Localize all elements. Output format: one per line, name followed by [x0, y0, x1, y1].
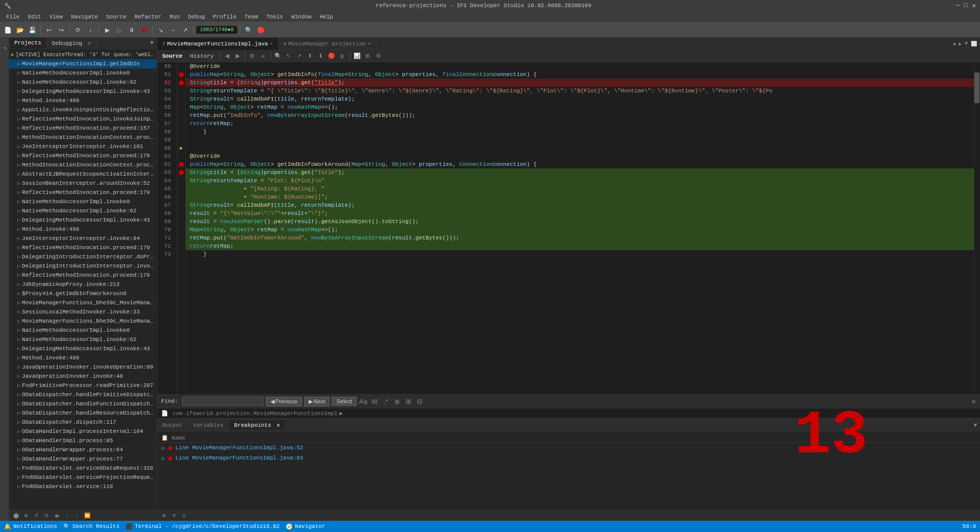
- toolbar-search[interactable]: 🔍: [243, 25, 254, 36]
- panel-btn-4[interactable]: ⊘: [42, 511, 51, 520]
- toolbar-debug-step[interactable]: ⟳: [72, 25, 84, 36]
- tree-item-frame-37[interactable]: ▷ODataDispatcher.handleFunctionDispatchi…: [9, 399, 157, 408]
- close-button[interactable]: ✕: [972, 2, 976, 10]
- tree-item-frame-41[interactable]: ▷ODataHandlerImpl.process:85: [9, 436, 157, 445]
- java-tab-close[interactable]: ✕: [270, 41, 272, 46]
- toolbar-step-into[interactable]: ↘: [155, 25, 166, 36]
- toolbar-open[interactable]: 📂: [14, 25, 26, 36]
- tree-item-frame-10[interactable]: ▷ReflectiveMethodInvocation.proceed:179: [9, 151, 157, 160]
- tree-item-frame-29[interactable]: ▷NativeMethodAccessorImpl.invoke0: [9, 326, 157, 335]
- tree-item-frame-33[interactable]: ▷JavaOperationInvoker.invokeOperation:80: [9, 362, 157, 372]
- find-input[interactable]: [182, 397, 264, 406]
- menu-team[interactable]: Team: [241, 13, 262, 21]
- tree-item-frame-4[interactable]: ▷Method.invoke:498: [9, 96, 157, 105]
- src-toggle-comment[interactable]: ⊞: [248, 52, 257, 61]
- src-zoom-in[interactable]: 🔍: [273, 52, 283, 61]
- find-opt1[interactable]: ⊕: [392, 397, 401, 406]
- tree-item-frame-23[interactable]: ▷ReflectiveMethodInvocation.proceed:179: [9, 271, 157, 280]
- menu-run[interactable]: Run: [165, 13, 184, 21]
- tab-nav-left[interactable]: ◀: [951, 40, 957, 48]
- menu-file[interactable]: File: [2, 13, 23, 21]
- sidebar-project-icon[interactable]: P: [0, 38, 9, 58]
- select-button[interactable]: Select: [332, 397, 357, 406]
- menu-help[interactable]: Help: [316, 13, 337, 21]
- tree-item-frame-1[interactable]: ▷NativeMethodAccessorImpl.invoke0: [9, 68, 157, 78]
- tree-item-thread[interactable]: ▶ [ACTIVE] ExecuteThread: '3' for queue:…: [9, 50, 157, 59]
- tab-variables[interactable]: Variables: [188, 421, 229, 430]
- tree-item-frame-13[interactable]: ▷SessionBeanInterceptor.aroundInvoke:52: [9, 179, 157, 188]
- tab-breakpoints[interactable]: Breakpoints ✕: [229, 420, 286, 430]
- tree-item-frame-22[interactable]: ▷DelegatingIntroductionInterceptor.invok…: [9, 261, 157, 271]
- tab-nav-right[interactable]: ▶: [958, 40, 963, 48]
- status-navigator[interactable]: 🧭 Navigator: [286, 523, 325, 530]
- menu-source[interactable]: Source: [102, 13, 131, 21]
- editor-tab-java[interactable]: J MovieManagerFunctionsImpl.java ✕: [157, 38, 279, 50]
- find-case[interactable]: Aa: [359, 397, 368, 406]
- maximize-button[interactable]: □: [964, 2, 968, 10]
- proj-tab-close[interactable]: ✕: [368, 41, 370, 46]
- tree-item-frame-35[interactable]: ▷FndPrimitiveProcessor.readPrimitive:207: [9, 381, 157, 390]
- menu-edit[interactable]: Edit: [23, 13, 45, 21]
- toolbar-step-out[interactable]: ↗: [180, 25, 191, 36]
- src-format[interactable]: ≡: [259, 52, 268, 61]
- bottom-panel-close[interactable]: ▼: [970, 420, 980, 430]
- src-fwd[interactable]: ▶: [233, 52, 242, 61]
- panel-btn-5[interactable]: ⏏: [52, 511, 61, 520]
- tree-item-frame-11[interactable]: ▷MethodInvocationInvocationContext.proce…: [9, 160, 157, 170]
- bp-tool-2[interactable]: ✕: [169, 511, 179, 520]
- tab-projects[interactable]: Projects: [9, 38, 47, 49]
- breadcrumb-path[interactable]: com.ifsworld.projection.MovieManagerFunc…: [172, 410, 337, 417]
- tree-item-frame-19[interactable]: ▷JeeInterceptorInterceptor.invoke:94: [9, 234, 157, 243]
- breakpoints-tab-close[interactable]: ✕: [277, 422, 280, 428]
- src-config[interactable]: ⚙: [374, 52, 383, 61]
- menu-tools[interactable]: Tools: [262, 13, 287, 21]
- menu-refactor[interactable]: Refactor: [131, 13, 166, 21]
- bp-check-1[interactable]: ☑: [161, 455, 165, 462]
- panel-btn-7[interactable]: ↑: [72, 511, 82, 520]
- tree-item-frame-45[interactable]: ▷FndODataServlet.serviceProjectionReques…: [9, 473, 157, 482]
- tree-item-frame-0[interactable]: ▷ MovieManagerFunctionsImpl.getImdbIn: [9, 59, 157, 68]
- src-chart[interactable]: 📊: [353, 52, 362, 61]
- tree-item-frame-27[interactable]: ▷SessionLocalMethodInvoker.invoke:33: [9, 307, 157, 317]
- menu-debug[interactable]: Debug: [184, 13, 209, 21]
- find-close[interactable]: ✕: [972, 397, 976, 406]
- tree-item-frame-2[interactable]: ▷NativeMethodAccessorImpl.invoke:62: [9, 78, 157, 87]
- src-prev-edit[interactable]: ↖: [284, 52, 293, 61]
- tab-debugging[interactable]: Debugging ✕: [47, 38, 97, 49]
- status-terminal[interactable]: ⬛ Terminal - /cygdrive/c/DeveloperStudio…: [125, 523, 280, 530]
- toolbar-debug-over[interactable]: ↓: [85, 25, 96, 36]
- source-btn[interactable]: Source: [159, 53, 186, 60]
- tree-item-frame-3[interactable]: ▷DelegatingMethodAccessorImpl.invoke:43: [9, 87, 157, 96]
- menu-navigate[interactable]: Navigate: [67, 13, 102, 21]
- src-back[interactable]: ◀: [222, 52, 232, 61]
- tree-item-frame-46[interactable]: ▷FndODataServlet.service:110: [9, 482, 157, 491]
- tree-item-frame-5[interactable]: ▷AppUtils.invokeJoinpointUsingReflection…: [9, 105, 157, 114]
- tree-item-frame-32[interactable]: ▷Method.invoke:498: [9, 353, 157, 362]
- tree-item-frame-25[interactable]: ▷$Proxy414.getImdbInfoWorkAround: [9, 289, 157, 298]
- toolbar-back[interactable]: ↩: [43, 25, 55, 36]
- tree-item-frame-31[interactable]: ▷DelegatingMethodAccessorImpl.invoke:43: [9, 344, 157, 353]
- tree-item-frame-6[interactable]: ▷ReflectiveMethodInvocation,invokeJoinpo…: [9, 114, 157, 124]
- tree-item-frame-44[interactable]: ▷FndODataServlet.serviceODataRequest:310: [9, 464, 157, 473]
- tab-nav-maximize[interactable]: ⬜: [970, 40, 978, 48]
- tree-item-frame-39[interactable]: ▷ODataDispatcher.dispatch:117: [9, 418, 157, 427]
- tree-item-frame-24[interactable]: ▷JdkDynamicAopProxy.invoke:213: [9, 280, 157, 289]
- menu-view[interactable]: View: [45, 13, 67, 21]
- tree-item-frame-36[interactable]: ▷ODataDispatcher.handlePrimitiveDispatch…: [9, 390, 157, 399]
- menu-profile[interactable]: Profile: [209, 13, 240, 21]
- projects-panel-close[interactable]: ▼: [147, 38, 157, 49]
- toolbar-stop[interactable]: ⏹: [138, 25, 149, 36]
- tree-item-frame-16[interactable]: ▷NativeMethodAccessorImpl.invoke:62: [9, 206, 157, 215]
- src-next-ann[interactable]: ⬇: [316, 52, 325, 61]
- code-content[interactable]: @Override public Map<String, Object> get…: [186, 62, 974, 394]
- history-btn[interactable]: History: [187, 53, 217, 60]
- panel-btn-6[interactable]: ↓: [62, 511, 71, 520]
- tree-item-frame-42[interactable]: ▷ODataHandlerWrapper.process:64: [9, 445, 157, 454]
- minimize-button[interactable]: ─: [956, 2, 960, 10]
- panel-btn-1[interactable]: ⬤: [11, 511, 20, 520]
- tree-item-frame-12[interactable]: ▷AbstractEJBRequestScopeActivationInterc…: [9, 170, 157, 179]
- find-word[interactable]: W: [370, 397, 379, 406]
- find-opt2[interactable]: ⊞: [404, 397, 413, 406]
- tree-item-frame-8[interactable]: ▷MethodInvocationInvocationContext.proce…: [9, 133, 157, 142]
- next-button[interactable]: ▶ Next: [304, 397, 330, 406]
